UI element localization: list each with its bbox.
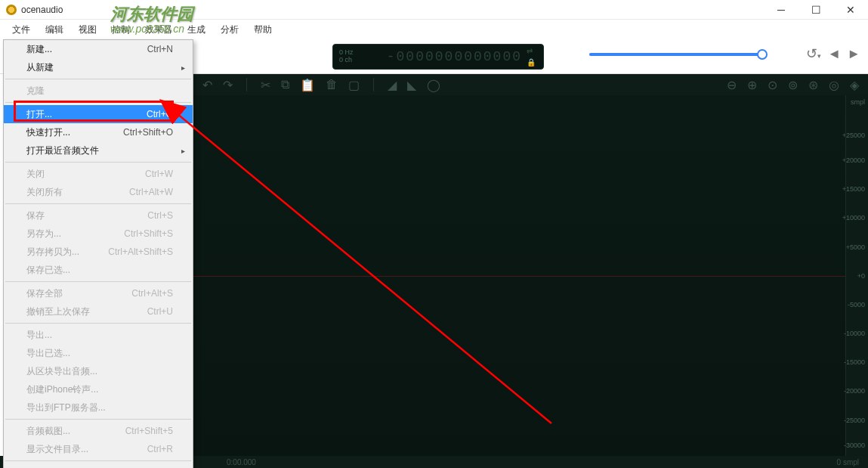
menu-item[interactable]: 打开最近音频文件 (4, 141, 193, 160)
menu-item[interactable]: 新建...Ctrl+N (4, 40, 193, 58)
menu-file[interactable]: 文件 (5, 20, 38, 39)
menu-item-label: 保存已选... (26, 264, 70, 277)
menu-item: 音频截图...Ctrl+Shift+5 (4, 422, 193, 440)
menu-item-label: 导出... (26, 329, 52, 342)
tool-b-icon[interactable]: ◈ (850, 78, 859, 92)
maximize-button[interactable]: ☐ (798, 0, 833, 20)
menu-item: 导出... (4, 326, 193, 344)
close-button[interactable]: ✕ (833, 0, 868, 20)
sample-readout: 0 smpl (837, 458, 859, 466)
crop-icon[interactable]: ▢ (348, 78, 360, 92)
menu-bar: 文件 编辑 视图 控制 效果器 生成 分析 帮助 (0, 20, 868, 39)
menu-item-shortcut: Ctrl+Alt+S (131, 288, 173, 299)
menu-analyze[interactable]: 分析 (213, 20, 246, 39)
zoom-sel-icon[interactable]: ⊚ (788, 78, 798, 92)
ruler-tick: +25000 (842, 132, 865, 139)
menu-item: 显示文件目录...Ctrl+R (4, 440, 193, 458)
ruler-unit: smpl (851, 98, 865, 106)
ruler-tick: +0 (857, 272, 865, 280)
menu-item[interactable]: 快速打开...Ctrl+Shift+O (4, 123, 193, 141)
menu-item[interactable]: 打开...Ctrl+O (4, 105, 193, 123)
menu-item[interactable]: 退出 (4, 463, 193, 468)
time-readout: 0:00.000 (227, 458, 256, 466)
ruler-tick: -25000 (844, 417, 865, 424)
menu-item-label: 快速打开... (26, 126, 70, 139)
edit-toolbar: ↶ ↷ ✂ ⧉ 📋 🗑 ▢ ◢ ◣ ◯ ⊖ ⊕ ⊙ ⊚ ⊛ ◎ ◈ (193, 74, 868, 95)
history-icon[interactable]: ↺▾ (806, 45, 821, 62)
file-menu-dropdown: 新建...Ctrl+N从新建克隆打开...Ctrl+O快速打开...Ctrl+S… (3, 39, 193, 468)
ruler-tick: +20000 (842, 157, 865, 164)
menu-item-label: 保存全部 (26, 287, 63, 300)
menu-effects[interactable]: 效果器 (137, 20, 180, 39)
waveform-canvas[interactable]: smpl +25000 +20000 +15000 +10000 +5000 +… (193, 95, 868, 456)
menu-item: 另存拷贝为...Ctrl+Alt+Shift+S (4, 243, 193, 261)
zoom-v-icon[interactable]: ⊛ (808, 78, 818, 92)
menu-help[interactable]: 帮助 (246, 20, 280, 39)
time-display: 0 Hz0 ch -0000000000000 ⇄🔒 (332, 44, 544, 70)
sample-counter: -0000000000000 (354, 49, 522, 64)
menu-item: 导出已选... (4, 344, 193, 362)
menu-item-shortcut: Ctrl+Alt+W (129, 187, 173, 197)
menu-item-shortcut: Ctrl+U (147, 306, 173, 317)
fadeout-icon[interactable]: ◣ (407, 78, 416, 92)
menu-item-label: 另存为... (26, 228, 61, 240)
copy-icon[interactable]: ⧉ (281, 78, 289, 91)
menu-item-shortcut: Ctrl+Shift+5 (125, 426, 173, 436)
menu-item-shortcut: Ctrl+S (147, 210, 173, 221)
fadein-icon[interactable]: ◢ (388, 78, 397, 92)
menu-item: 从区块导出音频... (4, 362, 193, 380)
menu-item-label: 保存 (26, 209, 45, 222)
menu-item-shortcut: Ctrl+O (147, 109, 173, 119)
ruler-tick: -10000 (844, 330, 865, 337)
window-title: ocenaudio (21, 5, 63, 15)
menu-item-label: 显示文件目录... (26, 443, 88, 456)
ruler-tick: +15000 (842, 185, 865, 193)
delete-icon[interactable]: 🗑 (326, 78, 338, 91)
menu-item-label: 从区块导出音频... (26, 365, 97, 378)
menu-item-shortcut: Ctrl+Shift+O (123, 127, 173, 138)
menu-item: 另存为...Ctrl+Shift+S (4, 225, 193, 243)
record-icon[interactable]: ◯ (427, 78, 440, 92)
menu-generate[interactable]: 生成 (180, 20, 213, 39)
cut-icon[interactable]: ✂ (261, 78, 270, 92)
menu-item-label: 新建... (26, 43, 52, 56)
ruler-tick: -5000 (848, 301, 865, 308)
amplitude-ruler: smpl +25000 +20000 +15000 +10000 +5000 +… (845, 95, 868, 456)
ruler-tick: -15000 (844, 358, 865, 366)
menu-item: 保存已选... (4, 261, 193, 279)
ruler-tick: +5000 (846, 243, 865, 251)
minimize-button[interactable]: ─ (764, 0, 798, 20)
nav-back-icon[interactable]: ◄ (827, 46, 841, 62)
menu-item: 撤销至上次保存Ctrl+U (4, 302, 193, 321)
menu-item-label: 导出已选... (26, 347, 70, 360)
zoom-out-icon[interactable]: ⊖ (727, 78, 737, 92)
menu-item: 创建iPhone铃声... (4, 380, 193, 398)
menu-item-label: 打开... (26, 108, 52, 121)
menu-item-label: 音频截图... (26, 425, 70, 438)
menu-item: 保存全部Ctrl+Alt+S (4, 284, 193, 302)
undo-icon[interactable]: ↶ (202, 78, 212, 92)
menu-item: 保存Ctrl+S (4, 206, 193, 225)
zoom-in-icon[interactable]: ⊕ (747, 78, 757, 92)
menu-item-label: 打开最近音频文件 (26, 144, 99, 157)
redo-icon[interactable]: ↷ (223, 78, 233, 92)
zero-line (193, 276, 845, 277)
menu-view[interactable]: 视图 (71, 20, 104, 39)
menu-item-label: 关闭所有 (26, 186, 63, 199)
nav-forward-icon[interactable]: ► (847, 46, 860, 62)
menu-item-label: 关闭 (26, 168, 45, 181)
menu-edit[interactable]: 编辑 (38, 20, 71, 39)
title-bar: ocenaudio (0, 0, 868, 20)
ruler-tick: +10000 (842, 214, 865, 222)
volume-slider[interactable] (589, 53, 763, 56)
tool-a-icon[interactable]: ◎ (829, 78, 839, 92)
menu-control[interactable]: 控制 (104, 20, 137, 39)
menu-item: 关闭所有Ctrl+Alt+W (4, 183, 193, 201)
menu-item[interactable]: 从新建 (4, 58, 193, 76)
app-icon (6, 5, 17, 15)
paste-icon[interactable]: 📋 (300, 78, 315, 92)
zoom-fit-icon[interactable]: ⊙ (768, 78, 777, 92)
menu-item: 导出到FTP服务器... (4, 398, 193, 417)
menu-item-label: 撤销至上次保存 (26, 305, 90, 318)
menu-item-label: 导出到FTP服务器... (26, 401, 106, 414)
